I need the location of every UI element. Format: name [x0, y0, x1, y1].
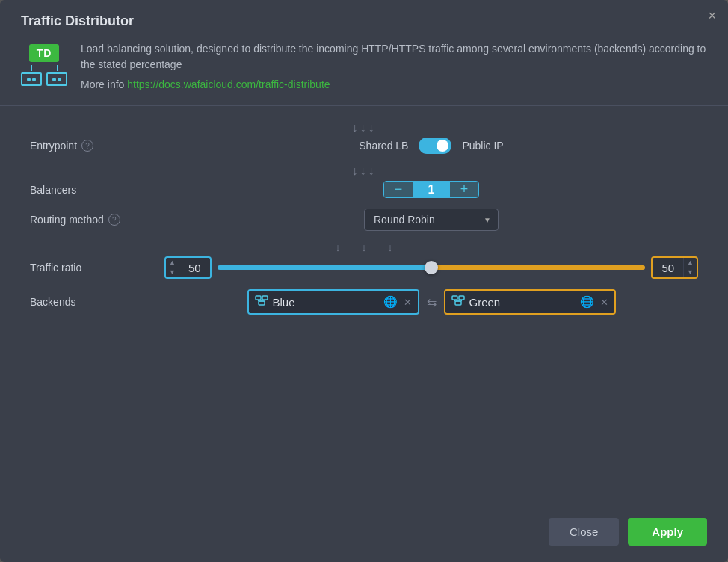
info-row: TD [21, 41, 707, 90]
ratio-value-left: 50 [179, 262, 210, 274]
backend-right-name: Green [469, 296, 576, 309]
backend-left: Blue 🌐 ✕ [247, 289, 419, 315]
toggle-track [419, 138, 451, 154]
backend-left-name: Blue [273, 296, 379, 309]
traffic-ratio-full: ▲ ▼ 50 [164, 256, 698, 279]
balancers-stepper: − 1 + [383, 181, 479, 198]
backends-row: Backends [30, 289, 698, 315]
more-info-label: More info [81, 78, 124, 90]
routing-method-select[interactable]: Round Robin Least Connections IP Hash [364, 209, 499, 231]
ratio-value-right: 50 [653, 262, 683, 274]
svg-rect-1 [262, 296, 268, 300]
backends-list: Blue 🌐 ✕ ⇆ [164, 289, 698, 315]
node-dot [32, 78, 36, 81]
close-icon[interactable]: × [708, 9, 716, 22]
backends-control: Blue 🌐 ✕ ⇆ [164, 289, 698, 315]
down-arrows-mid: ↓↓↓ [352, 164, 377, 178]
node-box [21, 72, 42, 86]
top-arrows: ↓↓↓ [30, 121, 698, 135]
ratio-down-left[interactable]: ▼ [166, 268, 179, 277]
info-description: Load balancing solution, designed to dis… [81, 41, 707, 72]
more-info-link[interactable]: https://docs.wafaicloud.com/traffic-dist… [127, 78, 330, 90]
slider-right-fill [431, 265, 645, 270]
toggle-thumb [437, 140, 448, 152]
routing-method-row: Routing method ? Round Robin Least Conne… [30, 209, 698, 231]
traffic-ratio-control: ▲ ▼ 50 [164, 256, 698, 279]
ratio-spinner-right: 50 ▲ ▼ [651, 256, 698, 279]
balancers-value: 1 [413, 182, 450, 197]
backend-right: Green 🌐 ✕ [444, 289, 616, 315]
info-text-block: Load balancing solution, designed to dis… [81, 41, 707, 90]
more-info-row: More info https://docs.wafaicloud.com/tr… [81, 78, 707, 90]
traffic-slider-container [216, 265, 647, 270]
entrypoint-help-icon[interactable]: ? [81, 140, 93, 152]
slider-thumb[interactable] [425, 261, 438, 274]
apply-button[interactable]: Apply [628, 518, 707, 546]
node-group-left [21, 65, 42, 86]
td-icon: TD [21, 44, 67, 86]
ratio-up-right[interactable]: ▲ [684, 258, 697, 268]
mid-arrows: ↓↓↓ [30, 164, 698, 178]
td-badge: TD [29, 44, 60, 62]
balancers-control: − 1 + [164, 181, 698, 198]
node-dot [52, 78, 56, 81]
entrypoint-row: Entrypoint ? Shared LB Public IP [30, 138, 698, 154]
shared-lb-label: Shared LB [359, 140, 408, 152]
swap-icon[interactable]: ⇆ [427, 295, 437, 309]
routing-method-control: Round Robin Least Connections IP Hash ▼ [164, 209, 698, 231]
routing-select-wrap: Round Robin Least Connections IP Hash ▼ [364, 209, 499, 231]
dialog-title: Traffic Distributor [21, 13, 707, 29]
traffic-ratio-label: Traffic ratio [30, 262, 164, 274]
dialog-header: Traffic Distributor TD [0, 0, 728, 102]
ratio-spinner-inner-right: 50 ▲ ▼ [653, 258, 697, 277]
ratio-arrows-right: ▲ ▼ [683, 258, 697, 277]
traffic-slider-track[interactable] [218, 265, 646, 270]
balancers-stepper-wrap: − 1 + [364, 181, 499, 198]
backend-right-close-icon[interactable]: ✕ [600, 297, 608, 308]
backend-left-globe-icon[interactable]: 🌐 [383, 295, 398, 309]
svg-rect-0 [256, 296, 261, 300]
arrow-right: ↓ [388, 241, 393, 253]
balancers-minus-button[interactable]: − [384, 182, 413, 197]
node-connector [57, 65, 58, 71]
entrypoint-label: Entrypoint ? [30, 140, 164, 152]
close-button[interactable]: Close [549, 518, 619, 546]
dialog-footer: Close Apply [0, 507, 728, 562]
balancers-row: Balancers − 1 + [30, 181, 698, 198]
node-box [46, 72, 67, 86]
connector-arrows-traffic: ↓ ↓ ↓ [30, 241, 698, 253]
backend-right-globe-icon[interactable]: 🌐 [580, 295, 594, 309]
node-dot [58, 78, 61, 81]
svg-rect-6 [452, 296, 457, 300]
backends-label: Backends [30, 296, 164, 308]
ratio-arrows-left: ▲ ▼ [166, 258, 179, 277]
backend-left-close-icon[interactable]: ✕ [404, 297, 412, 308]
arrow-mid: ↓ [362, 241, 367, 253]
routing-method-label: Routing method ? [30, 214, 164, 226]
ratio-spinner-inner-left: ▲ ▼ 50 [166, 258, 210, 277]
slider-left-fill [218, 265, 431, 270]
entrypoint-toggle-area: Shared LB Public IP [359, 138, 503, 154]
backend-right-icon [451, 295, 465, 309]
backend-left-icon [255, 295, 268, 309]
node-connector [31, 65, 32, 71]
svg-rect-7 [459, 296, 464, 300]
dialog-body: ↓↓↓ Entrypoint ? Shared LB Public IP [0, 106, 728, 507]
balancers-label: Balancers [30, 184, 164, 196]
svg-rect-2 [259, 301, 265, 305]
ratio-spinner-left: ▲ ▼ 50 [164, 256, 212, 279]
balancers-plus-button[interactable]: + [450, 182, 478, 197]
node-dot [27, 78, 31, 81]
entrypoint-control: Shared LB Public IP [164, 138, 698, 154]
traffic-distributor-dialog: × Traffic Distributor TD [0, 0, 728, 562]
entrypoint-toggle[interactable] [419, 138, 451, 154]
down-arrows-top: ↓↓↓ [352, 121, 377, 135]
routing-help-icon[interactable]: ? [108, 214, 120, 226]
ratio-up-left[interactable]: ▲ [166, 258, 179, 268]
ratio-down-right[interactable]: ▼ [684, 268, 697, 277]
traffic-ratio-row: Traffic ratio ▲ ▼ 50 [30, 256, 698, 279]
td-nodes [21, 65, 67, 86]
arrow-left: ↓ [336, 241, 341, 253]
svg-rect-8 [455, 301, 461, 305]
public-ip-label: Public IP [462, 140, 503, 152]
